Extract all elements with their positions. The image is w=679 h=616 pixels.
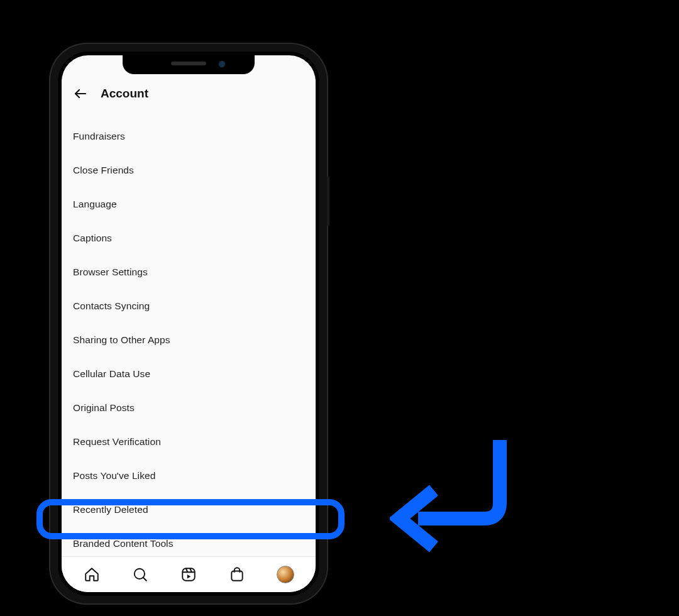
svg-line-2 [143,578,146,581]
side-button [327,176,329,226]
speaker-slot [171,62,206,65]
menu-item-sharing-to-other-apps[interactable]: Sharing to Other Apps [62,323,316,357]
menu-item-browser-settings[interactable]: Browser Settings [62,255,316,289]
back-button[interactable] [72,85,89,102]
account-menu-list[interactable]: FundraisersClose FriendsLanguageCaptions… [62,116,316,557]
menu-item-language[interactable]: Language [62,187,316,221]
bottom-nav [62,556,316,592]
nav-home[interactable] [83,566,101,583]
menu-item-cellular-data-use[interactable]: Cellular Data Use [62,357,316,391]
menu-item-original-posts[interactable]: Original Posts [62,391,316,425]
nav-profile[interactable] [277,566,294,583]
menu-item-captions[interactable]: Captions [62,221,316,255]
arrow-left-icon [73,86,88,101]
annotation-highlight-box [36,499,345,539]
menu-item-close-friends[interactable]: Close Friends [62,153,316,187]
menu-item-posts-you-ve-liked[interactable]: Posts You've Liked [62,459,316,493]
header-bar: Account [62,79,316,108]
annotation-arrow [390,434,522,566]
svg-rect-7 [231,571,242,581]
shop-icon [229,566,245,583]
notch [123,55,255,74]
menu-item-request-verification[interactable]: Request Verification [62,425,316,459]
reels-icon [180,566,197,583]
nav-reels[interactable] [180,566,197,583]
search-icon [132,566,148,583]
page-title: Account [101,87,148,101]
svg-rect-3 [182,568,195,581]
avatar [277,566,294,583]
menu-item-fundraisers[interactable]: Fundraisers [62,119,316,153]
stage: Account FundraisersClose FriendsLanguage… [0,0,679,616]
nav-shop[interactable] [228,566,246,583]
nav-search[interactable] [131,566,149,583]
front-camera [218,60,226,68]
menu-item-contacts-syncing[interactable]: Contacts Syncing [62,289,316,323]
home-icon [84,566,100,583]
